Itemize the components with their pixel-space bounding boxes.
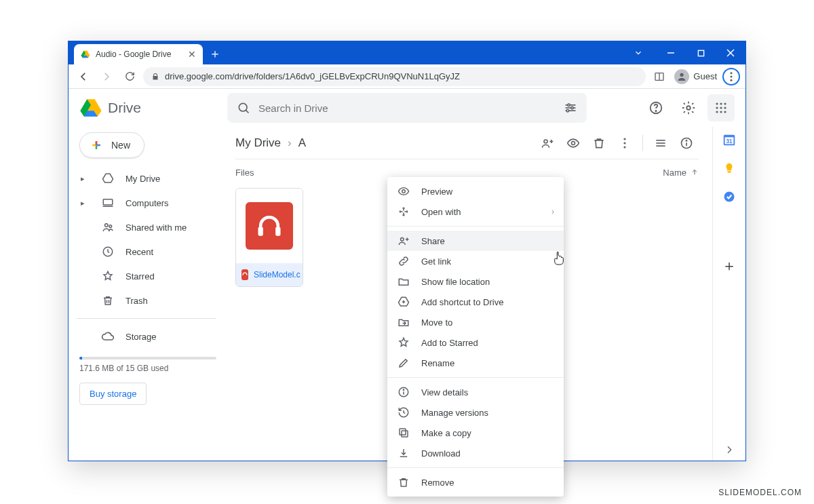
- ctx-download[interactable]: Download: [387, 443, 564, 463]
- titlebar: Audio - Google Drive ✕ ＋: [69, 41, 745, 64]
- star-icon: [101, 270, 115, 282]
- ctx-add-shortcut[interactable]: Add shortcut to Drive: [387, 292, 564, 312]
- apps-button[interactable]: [708, 94, 735, 121]
- list-view-button[interactable]: [648, 131, 673, 155]
- ctx-open-with[interactable]: Open with›: [387, 201, 564, 222]
- tasks-addon[interactable]: [722, 189, 737, 204]
- drive-logo[interactable]: Drive: [79, 96, 222, 119]
- sidebar-item-storage[interactable]: Storage: [77, 324, 219, 349]
- sidebar-item-computers[interactable]: ▸ Computers: [77, 191, 219, 215]
- ctx-view-details[interactable]: View details: [387, 382, 564, 402]
- lock-icon: [151, 73, 159, 81]
- ctx-add-starred[interactable]: Add to Starred: [387, 332, 564, 353]
- search-filters-icon[interactable]: [564, 101, 577, 115]
- close-window-button[interactable]: [716, 41, 745, 64]
- share-action-button[interactable]: [535, 131, 560, 155]
- pencil-icon: [397, 357, 410, 369]
- settings-button[interactable]: [675, 94, 702, 121]
- breadcrumb-root[interactable]: My Drive: [235, 136, 281, 150]
- ctx-get-link[interactable]: Get link: [387, 251, 564, 271]
- ctx-divider: [387, 467, 564, 468]
- breadcrumb-current[interactable]: A: [298, 136, 306, 150]
- get-addons-button[interactable]: ＋: [722, 256, 737, 276]
- help-button[interactable]: [642, 94, 670, 121]
- minimize-button[interactable]: [656, 41, 686, 64]
- drive-logo-icon: [79, 96, 102, 119]
- svg-point-25: [720, 106, 722, 109]
- svg-text:31: 31: [726, 138, 733, 144]
- profile-chip[interactable]: Guest: [674, 69, 717, 84]
- search-bar[interactable]: [227, 93, 587, 123]
- maximize-button[interactable]: [686, 41, 716, 64]
- nav-back-button[interactable]: [74, 67, 93, 86]
- folder-icon: [397, 275, 410, 288]
- ctx-divider: [387, 377, 564, 378]
- ctx-share[interactable]: Share: [387, 231, 564, 251]
- sidebar-item-shared[interactable]: Shared with me: [77, 215, 219, 239]
- nav-forward-button[interactable]: [97, 67, 116, 86]
- drive-product-name: Drive: [108, 100, 141, 116]
- reader-mode-icon[interactable]: [650, 67, 669, 86]
- svg-rect-71: [400, 429, 406, 435]
- ctx-remove[interactable]: Remove: [387, 472, 564, 492]
- svg-point-44: [572, 141, 575, 144]
- sidebar-item-starred[interactable]: Starred: [77, 264, 219, 288]
- info-button[interactable]: [674, 131, 699, 155]
- shortcut-icon: [397, 296, 410, 308]
- new-tab-button[interactable]: ＋: [206, 44, 225, 63]
- svg-point-23: [724, 102, 726, 104]
- breadcrumb[interactable]: My Drive › A: [235, 136, 306, 150]
- file-card[interactable]: SlideModel.c: [235, 188, 303, 287]
- caret-icon: ▸: [81, 174, 90, 183]
- tab-overflow-icon[interactable]: [623, 41, 653, 64]
- file-name: SlideModel.c: [254, 270, 301, 279]
- svg-point-62: [401, 238, 404, 241]
- svg-point-24: [716, 106, 718, 109]
- ctx-show-location[interactable]: Show file location: [387, 271, 564, 292]
- chevron-right-icon: ›: [288, 136, 292, 150]
- file-actions: [535, 131, 699, 155]
- address-bar[interactable]: drive.google.com/drive/folders/1A6dv0_jG…: [143, 67, 646, 86]
- new-button[interactable]: New: [79, 132, 144, 158]
- search-input[interactable]: [258, 102, 556, 114]
- computers-icon: [101, 197, 115, 209]
- trash-icon: [397, 476, 410, 488]
- ctx-move-to[interactable]: Move to: [387, 312, 564, 332]
- delete-action-button[interactable]: [587, 131, 611, 155]
- watermark: SLIDEMODEL.COM: [718, 488, 802, 497]
- browser-window: Audio - Google Drive ✕ ＋ drive.google.co…: [68, 41, 746, 461]
- keep-addon[interactable]: [722, 161, 737, 176]
- new-button-label: New: [111, 140, 130, 151]
- browser-tab[interactable]: Audio - Google Drive ✕: [74, 44, 203, 64]
- divider: [642, 135, 643, 151]
- ctx-divider: [387, 226, 564, 227]
- svg-point-61: [402, 190, 406, 193]
- sidebar-item-trash[interactable]: Trash: [77, 288, 219, 313]
- info-icon: [397, 386, 410, 398]
- sidebar-item-my-drive[interactable]: ▸ My Drive: [77, 166, 219, 191]
- preview-action-button[interactable]: [561, 131, 585, 155]
- more-actions-button[interactable]: [613, 131, 637, 155]
- ctx-rename[interactable]: Rename: [387, 353, 564, 373]
- context-menu: Preview Open with› Share Get link Show f…: [387, 177, 564, 497]
- ctx-make-copy[interactable]: Make a copy: [387, 423, 564, 443]
- buy-storage-button[interactable]: Buy storage: [79, 383, 147, 405]
- svg-point-20: [686, 106, 691, 110]
- nav-reload-button[interactable]: [120, 67, 139, 86]
- svg-point-10: [239, 103, 247, 111]
- collapse-rail-button[interactable]: [724, 444, 735, 455]
- url-text: drive.google.com/drive/folders/1A6dv0_jG…: [165, 71, 460, 81]
- ctx-manage-versions[interactable]: Manage versions: [387, 402, 564, 423]
- shared-icon: [101, 221, 115, 233]
- calendar-addon[interactable]: 31: [722, 132, 737, 147]
- tab-close-icon[interactable]: ✕: [188, 49, 196, 60]
- sidebar-item-recent[interactable]: Recent: [77, 239, 219, 264]
- browser-menu-button[interactable]: [722, 68, 740, 85]
- sort-by-name[interactable]: Name: [663, 168, 699, 178]
- svg-point-21: [716, 102, 718, 104]
- svg-point-26: [724, 106, 726, 109]
- ctx-preview[interactable]: Preview: [387, 181, 564, 201]
- open-with-icon: [397, 206, 410, 218]
- svg-rect-59: [728, 171, 731, 173]
- download-icon: [397, 447, 410, 459]
